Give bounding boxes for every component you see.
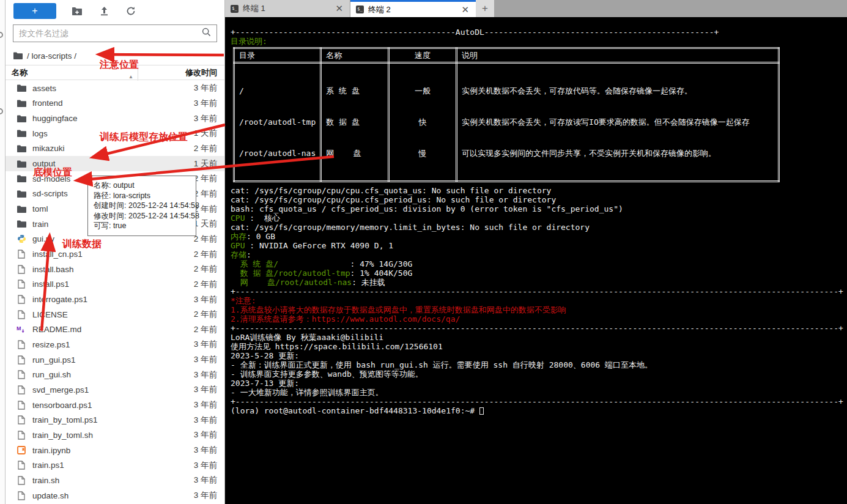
terminal-line: +---------------------------------------… [231,324,847,333]
file-row-run_gui.sh[interactable]: run_gui.sh3 年前 [6,367,224,382]
file-modified: 2 年前 [194,279,217,290]
tooltip-path: 路径: lora-scripts [94,191,190,201]
column-header-name[interactable]: 名称 [6,67,185,78]
tooltip-name: 名称: output [94,180,190,191]
folder-icon [17,145,26,152]
terminal-line: LoRA训练镜像 By 秋葉aaaki@bilibili [231,333,847,342]
file-row-interrogate.ps1[interactable]: interrogate.ps13 年前 [6,292,224,307]
column-header-modified[interactable]: 修改时间 [185,67,224,78]
terminal-line: 目录说明: [231,37,847,46]
file-row-mikazuki[interactable]: mikazuki2 年前 [6,141,224,157]
upload-icon[interactable] [98,5,110,17]
file-icon [17,295,26,304]
folder-icon [17,160,26,168]
table-header-row: 目录 名称 速度 说明 [234,48,779,63]
file-name: run_gui.sh [32,370,194,379]
file-icon [17,250,26,259]
file-icon [17,385,26,395]
file-icon [17,401,26,410]
file-row-train_by_toml.ps1[interactable]: train_by_toml.ps13 年前 [6,412,224,428]
search-icon [202,28,211,39]
file-modified: 3 年前 [194,445,217,456]
terminal-line: *注意: [231,296,847,305]
file-name: install.bash [32,265,194,274]
file-icon [17,340,26,349]
terminal-line: (lora) root@autodl-container-bdf4448313-… [231,406,847,415]
sort-ascending-icon[interactable]: ▲ [128,74,133,80]
file-modified: 3 年前 [194,475,217,486]
tab-terminal-2[interactable]: $_ 终端 2 ✕ [350,0,476,17]
file-list-header: 名称 修改时间 ▲ [6,65,224,80]
file-row-huggingface[interactable]: huggingface3 年前 [6,111,224,126]
file-name: svd_merge.ps1 [32,385,194,395]
terminal-line: +---------------------------------------… [231,28,847,37]
sidebar-icon-fragment [0,32,3,38]
terminal-line: 网 盘/root/autodl-nas: 未挂载 [231,278,847,287]
folder-icon [17,190,26,198]
file-name: install_cn.ps1 [32,250,194,259]
file-row-install.ps1[interactable]: install.ps12 年前 [6,277,224,292]
autodl-directory-table: 目录 名称 速度 说明 / /root/autodl-tmp /root/aut… [233,47,780,182]
file-row-README.md[interactable]: MREADME.md2 年前 [6,322,224,338]
th-speed: 速度 [389,48,457,63]
file-name: tensorboard.ps1 [32,401,194,410]
refresh-icon[interactable] [125,5,137,17]
file-name: frontend [32,98,194,108]
file-row-train.sh[interactable]: train.sh3 年前 [6,473,224,488]
file-icon [17,476,26,485]
column-divider [138,65,138,81]
file-icon [17,415,26,424]
terminal-line: 2023-5-28 更新: [231,351,847,360]
file-row-frontend[interactable]: frontend3 年前 [6,96,224,111]
file-row-svd_merge.ps1[interactable]: svd_merge.ps13 年前 [6,382,224,398]
breadcrumb-path: / lora-scripts / [27,51,76,61]
file-row-tensorboard.ps1[interactable]: tensorboard.ps13 年前 [6,398,224,413]
file-name: assets [32,84,194,93]
th-name: 名称 [321,48,389,63]
file-row-assets[interactable]: assets3 年前 [6,81,224,96]
file-modified: 3 年前 [194,369,217,380]
tab-terminal-1[interactable]: $_ 终端 1 ✕ [225,0,350,17]
file-row-run_gui.ps1[interactable]: run_gui.ps13 年前 [6,352,224,368]
file-row-install_cn.ps1[interactable]: install_cn.ps12 年前 [6,246,224,262]
file-name: train.sh [32,476,194,485]
file-row-install.bash[interactable]: install.bash2 年前 [6,262,224,277]
terminal-line: +---------------------------------------… [231,397,847,406]
terminal-line: cat: /sys/fs/cgroup/memory/memory.limit_… [231,223,847,232]
file-name: logs [32,129,194,138]
close-tab-icon[interactable]: ✕ [333,3,345,14]
file-modified: 2 年前 [194,188,217,199]
file-icon [17,310,26,319]
file-list: assets3 年前frontend3 年前huggingface3 年前log… [6,81,224,503]
file-name: update.sh [32,491,194,500]
file-row-LICENSE[interactable]: LICENSE2 年前 [6,307,224,322]
new-tab-button[interactable]: + [476,0,494,17]
file-modified: 3 年前 [194,354,217,365]
terminal-icon: $_ [356,6,364,13]
terminal-line: - 训练界面支持更多参数、wandb、预览图等等功能。 [231,369,847,379]
tooltip-created: 创建时间: 2025-12-24 14:54:58 [94,201,190,211]
terminal-output[interactable]: +---------------------------------------… [225,17,847,504]
terminal-line: - 全新：训练界面正式更新，使用 bash run_gui.sh 运行。需要使用… [231,360,847,369]
new-launcher-button[interactable]: + [13,3,56,19]
tooltip-modified: 修改时间: 2025-12-24 14:54:58 [94,211,190,221]
file-row-train_by_toml.sh[interactable]: train_by_toml.sh3 年前 [6,428,224,443]
breadcrumb[interactable]: / lora-scripts / [13,49,76,62]
file-row-train.ipynb[interactable]: train.ipynb3 年前 [6,443,224,458]
terminal-line: 存储: [231,250,847,259]
file-row-update.sh[interactable]: update.sh3 年前 [6,488,224,503]
file-row-output[interactable]: output1 天前 [6,156,224,171]
file-row-train.ps1[interactable]: train.ps13 年前 [6,458,224,473]
file-row-resize.ps1[interactable]: resize.ps13 年前 [6,337,224,352]
file-row-logs[interactable]: logs1 天前 [6,126,224,141]
file-icon [17,431,26,440]
new-folder-icon[interactable] [71,5,83,17]
terminal-line: 1.系统盘较小请将大的数据存放于数据盘或网盘中，重置系统时数据盘和网盘中的数据不… [231,305,847,314]
file-name: train.ps1 [32,461,194,470]
terminal-panel: $_ 终端 1 ✕ $_ 终端 2 ✕ + +-----------------… [225,0,847,504]
filename-filter-input[interactable] [13,29,202,38]
close-tab-icon[interactable]: ✕ [459,4,471,15]
terminal-line: 2.清理系统盘请参考：https://www.autodl.com/docs/q… [231,314,847,324]
terminal-icon: $_ [231,5,239,13]
file-browser-toolbar: + [6,0,224,22]
